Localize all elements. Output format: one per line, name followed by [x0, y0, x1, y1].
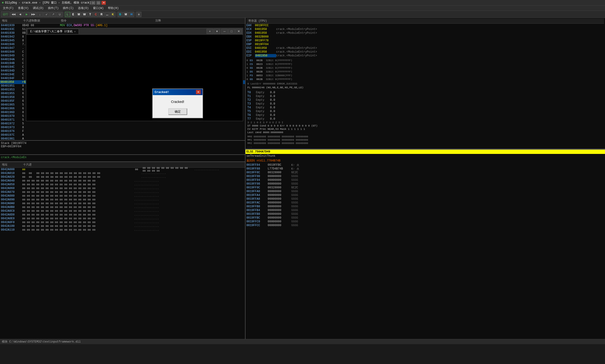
editor-tab[interactable]: E:\鱿鱼学费了\大二春季 计算机 ✕ — [27, 29, 79, 34]
table-row[interactable]: 0042A0E0 00 00 00 00 00 00 00 00 00 00 0… — [0, 217, 245, 221]
table-row[interactable]: 0019FF9C 00328000 GC2C — [245, 186, 605, 190]
st-row2: ST 0000 Cond 0 0 0 0 Err 0 0 0 0 0 0 0 0… — [246, 124, 604, 128]
table-row[interactable]: 0042A050 00 00 00 00 00 00 00 00 00 00 0… — [0, 183, 245, 186]
table-row[interactable]: 0019FFB0 00000000 GGGG — [245, 205, 605, 208]
menu-plugins2[interactable]: 插件(I) — [61, 6, 76, 11]
step-back-btn[interactable]: ◀ — [17, 12, 23, 17]
title-text: OllyDbg - crack.exe - [CPU 窗口 - 主线程, 模块 … — [5, 1, 91, 5]
editor-content[interactable] — [26, 35, 243, 121]
e-btn[interactable]: E — [71, 12, 76, 17]
dialog-body: Cracked! — [153, 95, 203, 106]
table-row[interactable]: 0019FFCC 00000000 GGGG — [245, 223, 605, 227]
table-row[interactable]: 0019FFA0 00000000 GGGG — [245, 190, 605, 193]
table-row[interactable]: 0042A0A0 00 00 00 00 00 00 00 00 00 00 0… — [0, 202, 245, 205]
b-btn[interactable]: B — [117, 12, 123, 17]
dialog-button-row: 确定 — [153, 106, 203, 118]
h-btn[interactable]: H — [129, 12, 134, 17]
table-row[interactable]: 0042A020 00 00 00 00 00 00 00 00 00 00 0… — [0, 175, 245, 179]
status-bar: 模块 C:\Windows\SYSTEM32\textinputframewor… — [0, 339, 605, 344]
table-row[interactable]: 0019FFA4 00000000 GGGG — [245, 193, 605, 197]
dots-btn[interactable]: ... — [104, 12, 110, 17]
table-row[interactable]: 0042A000 00 00 00 00 00 00 00 00 00 00 0… — [0, 168, 245, 171]
table-row[interactable]: 0042A010 00 00 00 00 00 00 00 00 00 00 0… — [0, 171, 245, 175]
table-row[interactable]: 0042A0C0 00 00 00 00 00 00 00 00 00 00 0… — [0, 209, 245, 213]
table-row[interactable]: 00401972 5 — [0, 122, 245, 126]
table-row[interactable]: 0019FFB8 00000000 GGGG — [245, 212, 605, 216]
table-row[interactable]: 0019FFC0 00000000 GGGG — [245, 220, 605, 223]
editor-add-tab[interactable]: + — [206, 29, 213, 34]
table-row[interactable]: 0019FF98 00000000 GGGG — [245, 182, 605, 186]
u-btn[interactable]: U — [57, 12, 63, 17]
table-row[interactable]: 0019FFAC 00000000 GGGG — [245, 201, 605, 205]
table-row[interactable]: 0042A070 00 00 00 00 00 00 00 00 00 00 0… — [0, 190, 245, 194]
table-row[interactable]: 00401976 F — [0, 129, 245, 133]
menu-plugins[interactable]: 插件(T) — [46, 6, 61, 11]
editor-maximize[interactable]: □ — [228, 29, 235, 34]
float-editor-window[interactable]: E:\鱿鱼学费了\大二春季 计算机 ✕ + ▾ ─ □ ✕ — [26, 28, 243, 121]
step-over-btn[interactable]: ↙ — [43, 12, 50, 17]
forward-btn[interactable]: ▶▶ — [30, 12, 36, 17]
sep1 — [64, 12, 64, 17]
w-btn[interactable]: W — [82, 12, 87, 17]
table-row[interactable]: 0019FF88 L77D4B74B K↑ 火 — [245, 167, 605, 171]
table-row[interactable]: 0019FFA8 00000000 GGGG — [245, 197, 605, 201]
c-btn[interactable]: C — [93, 12, 98, 17]
title-icon: ■ — [2, 1, 3, 4]
table-row[interactable]: 0042A080 00 00 00 00 00 00 00 00 00 00 0… — [0, 194, 245, 198]
m-btn[interactable]: M — [76, 12, 81, 17]
table-row[interactable]: 0040197C A — [0, 133, 245, 137]
run-label: 运行 — [1, 12, 10, 17]
table-row[interactable]: 0019FFB4 00000000 GGGG — [245, 208, 605, 212]
stack-panel[interactable]: EL32.7504A7D49 seThreadInitThunk 返回到 ntd… — [245, 149, 605, 339]
toolbar: 运行 ◀◀ ◀ ▶ ▶▶ ↓ ↙ ↗ U L E M W T C R ... K… — [0, 11, 605, 18]
menu-view[interactable]: 查看(V) — [16, 6, 31, 11]
m2-btn[interactable]: M — [123, 12, 129, 17]
close-button[interactable]: ✕ — [102, 1, 106, 5]
menu-window[interactable]: 窗口(W) — [91, 6, 106, 11]
r-btn[interactable]: R — [99, 12, 104, 17]
dialog-close-button[interactable]: ✕ — [196, 90, 201, 94]
registers-panel: 寄存器 (FPU) EAX 0019FFCC ECX 0401950 crack… — [245, 18, 605, 149]
reg-edx: EDX 0401950 crack.<ModuleEntryPoint> — [246, 31, 604, 35]
table-row[interactable]: 0042A100 00 00 00 00 00 00 00 00 00 00 0… — [0, 224, 245, 228]
minimize-button[interactable]: ─ — [91, 1, 95, 5]
menu-file[interactable]: 文件(F) — [1, 6, 16, 11]
table-row[interactable]: 00401973 8 — [0, 126, 245, 129]
rewind-btn[interactable]: ◀◀ — [10, 12, 16, 17]
dialog-ok-button[interactable]: 确定 — [168, 108, 187, 115]
maximize-button[interactable]: □ — [96, 1, 101, 5]
table-row[interactable]: 00401981 A — [0, 137, 245, 141]
flags-row: FL 00000246 (NO,NB,E,BE,NS,PE,GE,LE) — [246, 86, 604, 90]
menu-help[interactable]: 帮助(H) — [106, 6, 121, 11]
t-btn[interactable]: T — [88, 12, 93, 17]
table-row[interactable]: 0042A110 00 00 00 00 00 00 00 00 00 00 0… — [0, 228, 245, 232]
table-row[interactable]: 0042A040 00 00 00 00 00 00 00 00 00 00 0… — [0, 179, 245, 183]
editor-minimize[interactable]: ─ — [221, 29, 228, 34]
table-row[interactable]: 0019FF84 0019FFBC K↑ 火 — [245, 163, 605, 167]
table-row[interactable]: 0019FF94 00000000 GGGG — [245, 178, 605, 182]
table-row[interactable]: 04401939 8B4D 08 MOV ECX,DWORD PTR SS:[A… — [0, 24, 245, 27]
editor-dropdown[interactable]: ▾ — [214, 29, 220, 34]
step-out-btn[interactable]: ↗ — [50, 12, 56, 17]
code-header: 地址 十六进制数据 指令 注释 — [0, 18, 245, 24]
list-btn[interactable]: ≡ — [136, 12, 142, 17]
last-cmd: Last cmnd 0000:00000000 — [246, 131, 604, 134]
memory-view[interactable]: 地址 十六进 0042A000 00 00 00 00 00 00 00 00 … — [0, 162, 245, 339]
menu-options[interactable]: 选项(O) — [76, 6, 91, 11]
editor-close[interactable]: ✕ — [235, 29, 242, 34]
play-btn[interactable]: ▶ — [24, 12, 30, 17]
table-row[interactable]: 0019FF8C 00328000 GC2C — [245, 171, 605, 174]
step-in-btn[interactable]: ↓ — [37, 12, 43, 17]
l-btn[interactable]: L — [65, 12, 70, 17]
menu-debug[interactable]: 调试(D) — [31, 6, 46, 11]
table-row[interactable]: 0019FF90 00000000 GGGG — [245, 174, 605, 178]
k-btn[interactable]: K — [110, 12, 116, 17]
tab-close-btn[interactable]: ✕ — [74, 30, 76, 33]
table-row[interactable]: 0042A060 00 00 00 00 00 00 00 00 00 00 0… — [0, 186, 245, 190]
table-row[interactable]: 0019FFBC 00000000 GGGG — [245, 216, 605, 220]
table-row[interactable]: 0042A0B0 00 00 00 00 00 00 00 00 00 00 0… — [0, 205, 245, 209]
table-row[interactable]: 0042A090 00 00 00 00 00 00 00 00 00 00 0… — [0, 198, 245, 202]
menu-bar: 文件(F) 查看(V) 调试(D) 插件(T) 插件(I) 选项(O) 窗口(W… — [0, 6, 605, 11]
table-row[interactable]: 0042A0D0 00 00 00 00 00 00 00 00 00 00 0… — [0, 213, 245, 217]
table-row[interactable]: 0042A0F0 00 00 00 00 00 00 00 00 00 00 0… — [0, 221, 245, 224]
